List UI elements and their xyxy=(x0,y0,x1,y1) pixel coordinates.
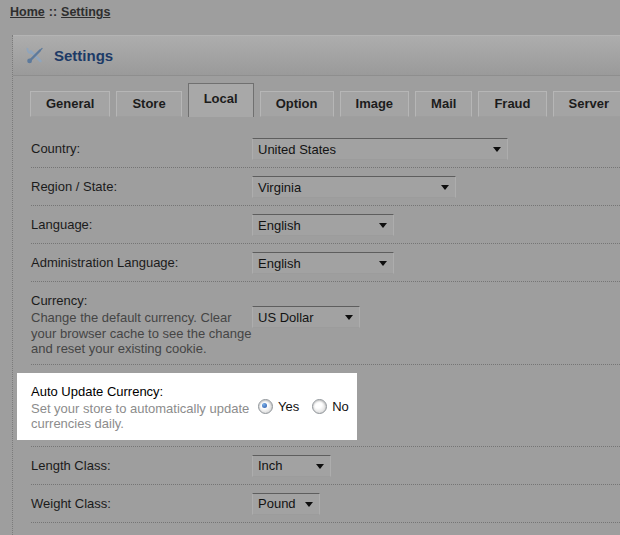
auto-update-currency-row: Auto Update Currency: Set your store to … xyxy=(31,365,620,447)
tab-image[interactable]: Image xyxy=(340,91,410,117)
auto-update-currency-label: Auto Update Currency: xyxy=(31,384,253,399)
auto-update-label-block: Auto Update Currency: Set your store to … xyxy=(31,381,253,432)
auto-update-no-label[interactable]: No xyxy=(332,399,349,414)
tab-bar: General Store Local Option Image Mail Fr… xyxy=(13,76,620,117)
auto-update-yes-label[interactable]: Yes xyxy=(278,399,299,414)
breadcrumb: Home::Settings xyxy=(0,0,620,19)
wrench-screwdriver-icon xyxy=(25,46,45,65)
auto-update-no-radio[interactable] xyxy=(312,399,327,414)
language-label: Language: xyxy=(31,214,252,236)
auto-update-yes-radio[interactable] xyxy=(258,399,273,414)
currency-row: Currency: Change the default currency. C… xyxy=(31,282,620,365)
admin-language-row: Administration Language: English xyxy=(31,244,620,282)
tab-option[interactable]: Option xyxy=(260,91,334,117)
select-arrow-icon xyxy=(441,185,449,190)
select-arrow-icon xyxy=(379,223,387,228)
admin-language-select[interactable]: English xyxy=(252,252,394,274)
tab-fraud[interactable]: Fraud xyxy=(478,91,546,117)
currency-select-value: US Dollar xyxy=(258,310,314,325)
auto-update-radio-group: Yes No xyxy=(253,399,362,414)
currency-label-block: Currency: Change the default currency. C… xyxy=(31,290,252,357)
select-arrow-icon xyxy=(305,502,313,507)
auto-update-currency-spotlight: Auto Update Currency: Set your store to … xyxy=(17,373,357,440)
length-class-select-value: Inch xyxy=(258,458,283,473)
weight-class-row: Weight Class: Pound xyxy=(31,485,620,523)
currency-select[interactable]: US Dollar xyxy=(252,306,360,328)
tab-server[interactable]: Server xyxy=(553,91,620,117)
currency-label: Currency: xyxy=(31,293,252,308)
tab-local[interactable]: Local xyxy=(188,83,254,117)
region-state-row: Region / State: Virginia xyxy=(31,168,620,206)
weight-class-select-value: Pound xyxy=(258,496,296,511)
weight-class-select[interactable]: Pound xyxy=(252,493,320,515)
region-state-select[interactable]: Virginia xyxy=(252,176,456,198)
language-row: Language: English xyxy=(31,206,620,244)
breadcrumb-home-link[interactable]: Home xyxy=(10,5,45,19)
country-select-value: United States xyxy=(258,142,336,157)
length-class-select[interactable]: Inch xyxy=(252,455,331,477)
region-state-select-value: Virginia xyxy=(258,180,301,195)
tab-store[interactable]: Store xyxy=(116,91,181,117)
select-arrow-icon xyxy=(316,464,324,469)
tab-mail[interactable]: Mail xyxy=(415,91,472,117)
admin-language-select-value: English xyxy=(258,256,301,271)
panel-heading: Settings xyxy=(13,35,620,76)
language-select-value: English xyxy=(258,218,301,233)
admin-language-label: Administration Language: xyxy=(31,252,252,274)
length-class-row: Length Class: Inch xyxy=(31,447,620,485)
select-arrow-icon xyxy=(345,315,353,320)
country-row: Country: United States xyxy=(31,130,620,168)
currency-help-text: Change the default currency. Clear your … xyxy=(31,310,252,357)
length-class-label: Length Class: xyxy=(31,455,252,477)
tab-content-local: Country: United States Region / State: V… xyxy=(13,117,620,523)
breadcrumb-separator: :: xyxy=(49,5,57,19)
select-arrow-icon xyxy=(379,261,387,266)
settings-panel: Settings General Store Local Option Imag… xyxy=(12,35,620,535)
country-label: Country: xyxy=(31,138,252,160)
language-select[interactable]: English xyxy=(252,214,394,236)
weight-class-label: Weight Class: xyxy=(31,493,252,515)
settings-page: Home::Settings Settings General Store Lo… xyxy=(0,0,620,535)
breadcrumb-settings-link[interactable]: Settings xyxy=(61,5,110,19)
page-title: Settings xyxy=(54,47,113,64)
select-arrow-icon xyxy=(493,147,501,152)
country-select[interactable]: United States xyxy=(252,138,508,160)
region-state-label: Region / State: xyxy=(31,176,252,198)
auto-update-currency-help-text: Set your store to automatically update c… xyxy=(31,401,253,432)
tab-general[interactable]: General xyxy=(30,91,110,117)
